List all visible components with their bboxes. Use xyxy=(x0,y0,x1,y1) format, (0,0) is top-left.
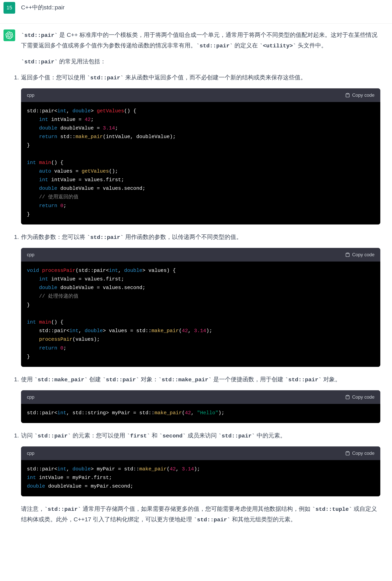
inline-code: `std::pair` xyxy=(21,59,58,65)
code-lang: cpp xyxy=(27,393,34,401)
code-header: cpp Copy code xyxy=(21,248,380,262)
user-turn: 15 C++中的std::pair xyxy=(0,0,392,24)
clipboard-icon xyxy=(345,252,350,257)
text: 中的元素。 xyxy=(255,432,286,439)
code-content[interactable]: std::pair<int, double> myPair = std::mak… xyxy=(21,460,380,496)
clipboard-icon xyxy=(345,394,350,400)
text: 对象。 xyxy=(322,376,341,382)
inline-code: `std::pair` xyxy=(44,506,81,512)
inline-code: `first` xyxy=(127,433,150,439)
code-lang: cpp xyxy=(27,91,34,99)
openai-logo-icon xyxy=(5,32,13,39)
code-block: cpp Copy code std::pair<int, double> get… xyxy=(21,88,380,224)
intro-paragraph-2: `std::pair` 的常见用法包括： xyxy=(21,56,380,67)
text: 返回多个值：您可以使用 xyxy=(21,74,87,80)
text: 来从函数中返回多个值，而不必创建一个新的结构或类来保存这些值。 xyxy=(123,74,306,80)
text: 创建 xyxy=(88,376,103,382)
inline-code: `std::pair` xyxy=(194,517,230,523)
svg-rect-0 xyxy=(347,93,349,94)
code-content[interactable]: void processPair(std::pair<int, double> … xyxy=(21,262,380,367)
assistant-avatar xyxy=(3,30,15,41)
list-number: 1. xyxy=(14,374,19,385)
text: 作为函数参数：您可以将 xyxy=(21,234,87,240)
inline-code: `std::pair` xyxy=(87,234,123,241)
list-item: 1. 使用 `std::make_pair` 创建 `std::pair` 对象… xyxy=(21,374,380,385)
text: 的元素：您可以使用 xyxy=(71,432,127,439)
text: 使用 xyxy=(21,376,34,382)
text: 通常用于存储两个值，如果需要存储更多的值，您可能需要考虑使用其他数据结构，例如 xyxy=(81,506,312,512)
copy-label: Copy code xyxy=(352,393,375,401)
text: 的定义在 xyxy=(233,42,260,48)
outro-paragraph: 请注意，`std::pair` 通常用于存储两个值，如果需要存储更多的值，您可能… xyxy=(21,504,380,525)
svg-rect-1 xyxy=(347,253,349,254)
user-message: C++中的std::pair xyxy=(21,2,380,13)
clipboard-icon xyxy=(345,451,350,456)
list-number: 1. xyxy=(14,232,19,242)
assistant-turn: `std::pair` 是 C++ 标准库中的一个模板类，用于将两个值组合成一个… xyxy=(0,24,392,536)
inline-code: `std::pair` xyxy=(87,75,123,81)
intro-paragraph-1: `std::pair` 是 C++ 标准库中的一个模板类，用于将两个值组合成一个… xyxy=(21,30,380,51)
inline-code: `std::pair` xyxy=(285,376,322,383)
copy-code-button[interactable]: Copy code xyxy=(345,91,375,99)
code-block: cpp Copy code std::pair<int, std::string… xyxy=(21,390,380,423)
assistant-content: `std::pair` 是 C++ 标准库中的一个模板类，用于将两个值组合成一个… xyxy=(21,30,380,530)
text: 对象： xyxy=(139,376,158,382)
inline-code: `std::pair` xyxy=(218,433,255,439)
text: 成员来访问 xyxy=(186,432,218,439)
inline-code: `std::make_pair` xyxy=(158,376,212,383)
list-item: 1. 访问 `std::pair` 的元素：您可以使用 `first` 和 `s… xyxy=(21,430,380,441)
list-item: 1. 作为函数参数：您可以将 `std::pair` 用作函数的参数，以传递两个… xyxy=(21,232,380,242)
inline-code: `<utility>` xyxy=(260,43,296,49)
user-avatar: 15 xyxy=(3,2,15,14)
copy-label: Copy code xyxy=(352,449,375,457)
inline-code: `std::pair` xyxy=(196,43,233,49)
text: 头文件中。 xyxy=(296,42,327,48)
list-number: 1. xyxy=(14,72,19,83)
inline-code: `std::pair` xyxy=(103,376,139,383)
text: 和 xyxy=(150,432,159,439)
code-lang: cpp xyxy=(27,250,34,259)
text: 和其他元组类型的元素。 xyxy=(230,516,296,522)
inline-code: `std::pair` xyxy=(21,32,58,38)
inline-code: `std::pair` xyxy=(34,433,71,439)
inline-code: `std::make_pair` xyxy=(34,376,88,383)
text: 的常见用法包括： xyxy=(58,58,106,64)
text: 请注意， xyxy=(21,506,44,512)
list-item: 1. 返回多个值：您可以使用 `std::pair` 来从函数中返回多个值，而不… xyxy=(21,72,380,83)
copy-code-button[interactable]: Copy code xyxy=(345,393,375,401)
copy-code-button[interactable]: Copy code xyxy=(345,449,375,457)
text: 用作函数的参数，以传递两个不同类型的值。 xyxy=(123,234,242,240)
code-header: cpp Copy code xyxy=(21,88,380,102)
code-content[interactable]: std::pair<int, double> getValues() { int… xyxy=(21,102,380,224)
code-block: cpp Copy code std::pair<int, double> myP… xyxy=(21,446,380,496)
code-content[interactable]: std::pair<int, std::string> myPair = std… xyxy=(21,404,380,423)
copy-code-button[interactable]: Copy code xyxy=(345,250,375,259)
inline-code: `second` xyxy=(159,433,186,439)
svg-rect-2 xyxy=(347,395,349,396)
code-block: cpp Copy code void processPair(std::pair… xyxy=(21,248,380,367)
code-lang: cpp xyxy=(27,449,34,457)
code-header: cpp Copy code xyxy=(21,390,380,404)
svg-rect-3 xyxy=(347,451,349,452)
clipboard-icon xyxy=(345,93,350,98)
code-header: cpp Copy code xyxy=(21,446,380,460)
text: 是一个便捷函数，用于创建 xyxy=(212,376,285,382)
inline-code: `std::tuple` xyxy=(312,506,352,512)
list-number: 1. xyxy=(14,430,19,441)
copy-label: Copy code xyxy=(352,250,375,259)
text: 访问 xyxy=(21,432,34,439)
copy-label: Copy code xyxy=(352,91,375,99)
